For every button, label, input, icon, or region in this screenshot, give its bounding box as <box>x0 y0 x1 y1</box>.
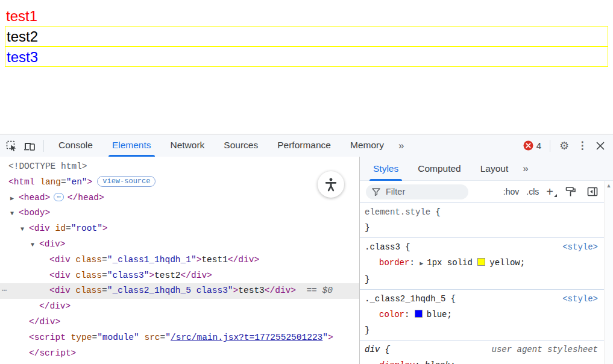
devtools-window: Console Elements Network Sources Perform… <box>0 134 613 364</box>
style-rule-selector[interactable]: ._class2_1hqdh_5 {<style> <box>360 291 604 307</box>
style-token: blue; <box>427 310 452 319</box>
dom-tree-row[interactable]: ▼<body> <box>0 206 359 221</box>
style-declaration[interactable]: display: block; <box>360 357 604 364</box>
style-token: : <box>415 360 425 364</box>
error-count-badge[interactable]: 4 <box>520 140 545 151</box>
tab-performance[interactable]: Performance <box>268 134 341 157</box>
tab-console[interactable]: Console <box>49 134 102 157</box>
style-token: block; <box>425 360 455 364</box>
toggle-element-state-button[interactable]: :hov <box>503 187 519 196</box>
inspect-element-icon[interactable] <box>2 137 20 154</box>
closing-brace: } <box>360 322 604 338</box>
code-token: > <box>149 271 154 280</box>
style-filter-input[interactable]: Filter <box>366 184 468 199</box>
yellow-color-swatch[interactable] <box>477 258 485 266</box>
code-token: <div <box>49 255 71 265</box>
filter-funnel-icon <box>372 188 380 196</box>
code-token: "_class2_1hqdh_5 class3" <box>107 286 233 295</box>
code-token: > <box>102 224 108 233</box>
kebab-menu-icon[interactable]: ⋮ <box>573 137 591 154</box>
paint-roller-icon[interactable] <box>564 183 578 200</box>
code-token: == $0 <box>296 286 333 295</box>
style-token: element.style <box>365 207 430 217</box>
class3-rule: .class3 {<style>border: ▶ 1px solid yell… <box>360 238 604 290</box>
closing-brace: } <box>360 220 604 236</box>
style-declaration[interactable]: color: blue; <box>360 307 604 322</box>
view-source-badge[interactable]: view-source <box>97 176 156 187</box>
tab-network[interactable]: Network <box>161 134 215 157</box>
element-classes-button[interactable]: .cls <box>526 187 539 196</box>
dom-tree-row[interactable]: </div> <box>0 315 359 330</box>
code-token: "_class1_1hqdh_1" <box>107 255 196 265</box>
accessibility-widget-button[interactable] <box>318 171 344 198</box>
style-token: : <box>409 258 420 268</box>
more-tabs-icon[interactable]: » <box>394 140 409 152</box>
devtools-toolbar: Console Elements Network Sources Perform… <box>0 134 613 157</box>
code-token: <div <box>29 224 50 233</box>
styles-toolbar: Filter :hov .cls + <box>360 181 613 202</box>
styles-scrollbar[interactable]: ▲ <box>604 181 613 364</box>
code-token: "class3" <box>107 271 149 280</box>
style-token: { <box>400 242 410 252</box>
style-source-link[interactable]: <style> <box>562 239 598 255</box>
code-token: </script> <box>29 348 76 358</box>
tab-computed[interactable]: Computed <box>408 157 471 181</box>
script-src-link[interactable]: /src/main.jsx?t=1772552501223 <box>171 333 322 342</box>
dom-tree-row[interactable]: </script> <box>0 346 359 362</box>
dom-tree-row[interactable]: ▼<div> <box>0 237 359 253</box>
code-token: = <box>102 286 107 295</box>
inline-expand-button[interactable]: ⋯ <box>54 193 64 201</box>
class2-rule: ._class2_1hqdh_5 {<style>color: blue;} <box>360 290 604 340</box>
tab-styles[interactable]: Styles <box>363 157 408 181</box>
dom-tree-row-selected[interactable]: ⋯<div class="_class2_1hqdh_5 class3">tes… <box>0 283 359 299</box>
style-rule-selector[interactable]: .class3 {<style> <box>360 239 604 255</box>
dom-tree-row[interactable]: <!DOCTYPE html> <box>0 159 359 175</box>
dom-tree-row[interactable]: <div class="class3">test2</div> <box>0 268 359 284</box>
dom-tree-row[interactable]: </div> <box>0 299 359 315</box>
code-token: <body> <box>19 208 50 218</box>
new-style-rule-button[interactable]: + <box>546 185 556 199</box>
style-token: border <box>379 258 409 268</box>
dom-tree-row[interactable]: ▼<div id="root"> <box>0 221 359 237</box>
style-source-link[interactable]: <style> <box>562 291 598 307</box>
tab-memory[interactable]: Memory <box>341 134 394 157</box>
tab-layout[interactable]: Layout <box>471 157 518 181</box>
code-token: = <box>102 271 107 280</box>
row-overflow-dots[interactable]: ⋯ <box>2 283 7 299</box>
code-token: </div> <box>228 255 259 265</box>
style-token: yellow; <box>489 258 525 268</box>
expanded-arrow-icon[interactable]: ▼ <box>31 237 39 253</box>
dom-tree-row[interactable]: ▶<head>⋯</head> <box>0 190 359 206</box>
style-token: color <box>379 310 404 319</box>
collapsed-arrow-icon[interactable]: ▶ <box>10 191 19 207</box>
dom-tree-row[interactable]: <div class="_class1_1hqdh_1">test1</div> <box>0 253 359 268</box>
device-toolbar-icon[interactable] <box>20 137 39 154</box>
scroll-up-icon[interactable]: ▲ <box>605 181 613 190</box>
style-rule-selector[interactable]: div {user agent stylesheet <box>360 342 604 357</box>
tab-sources[interactable]: Sources <box>214 134 268 157</box>
style-token: ._class2_1hqdh_5 <box>365 294 445 304</box>
toggle-sidebar-icon[interactable] <box>585 183 600 200</box>
tab-elements[interactable]: Elements <box>102 134 161 157</box>
dom-tree-row[interactable]: <script type="module" src="/src/main.jsx… <box>0 330 359 346</box>
code-token: = <box>66 224 71 233</box>
settings-gear-icon[interactable]: ⚙ <box>555 137 573 154</box>
dom-tree: <!DOCTYPE html><html lang="en">view-sour… <box>0 157 359 361</box>
more-sidebar-tabs-icon[interactable]: » <box>518 163 533 175</box>
code-token: "en" <box>66 177 87 187</box>
toolbar-divider <box>550 140 550 152</box>
expanded-arrow-icon[interactable]: ▼ <box>20 222 29 237</box>
style-rule-selector[interactable]: element.style { <box>360 204 604 220</box>
style-token: .class3 <box>365 242 400 252</box>
blue-color-swatch[interactable] <box>415 310 423 318</box>
styles-tabbar: Styles Computed Layout » <box>360 157 613 181</box>
close-icon[interactable] <box>591 137 609 154</box>
devtools-body: <!DOCTYPE html><html lang="en">view-sour… <box>0 157 613 364</box>
style-token: { <box>445 294 456 304</box>
error-count: 4 <box>536 140 541 151</box>
style-declaration[interactable]: border: ▶ 1px solid yellow; <box>360 255 604 272</box>
code-token: <div <box>49 271 71 280</box>
dom-tree-row[interactable]: <html lang="en">view-source <box>0 175 359 190</box>
toolbar-divider <box>43 140 44 152</box>
expanded-arrow-icon[interactable]: ▼ <box>10 206 19 222</box>
